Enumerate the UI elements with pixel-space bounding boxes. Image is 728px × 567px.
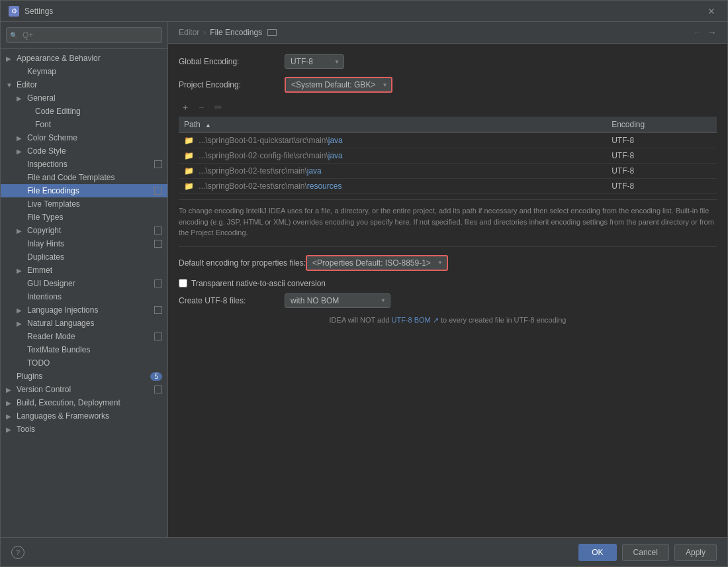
chevron-right-icon: ▶	[6, 399, 14, 407]
apply-button[interactable]: Apply	[674, 544, 717, 561]
project-encoding-row: Project Encoding: <System Default: GBK>	[179, 77, 717, 93]
sidebar-item-keymap[interactable]: Keymap	[1, 65, 167, 78]
sidebar-item-live-templates[interactable]: Live Templates	[1, 197, 167, 211]
sidebar-item-label: File Types	[27, 213, 162, 222]
sidebar-item-duplicates[interactable]: Duplicates	[1, 250, 167, 264]
folder-icon: 📁	[184, 181, 194, 191]
chevron-right-icon: ▶	[6, 413, 14, 420]
create-utf8-row: Create UTF-8 files: with NO BOM	[179, 293, 717, 308]
back-arrow[interactable]: ←	[693, 27, 702, 38]
sidebar-item-todo[interactable]: TODO	[1, 356, 167, 370]
sidebar-list: ▶ Appearance & Behavior Keymap ▼ Editor …	[1, 49, 167, 537]
sidebar-item-textmate-bundles[interactable]: TextMate Bundles	[1, 343, 167, 356]
sidebar-item-label: TextMate Bundles	[27, 345, 162, 354]
main-header: Editor › File Encodings ← →	[168, 22, 727, 44]
sidebar-item-appearance[interactable]: ▶ Appearance & Behavior	[1, 52, 167, 65]
breadcrumb: Editor › File Encodings	[179, 28, 277, 37]
chevron-right-icon: ▶	[17, 227, 24, 234]
table-row[interactable]: 📁 ...\springBoot-02-config-file\src\main…	[179, 148, 717, 164]
sidebar-item-label: Code Style	[27, 146, 162, 156]
remove-path-button[interactable]: −	[195, 101, 208, 114]
sidebar-item-version-control[interactable]: ▶ Version Control	[1, 383, 167, 396]
sidebar-item-general[interactable]: ▶ General	[1, 91, 167, 105]
encoding-cell: UTF-8	[606, 148, 717, 164]
default-encoding-dropdown[interactable]: <Properties Default: ISO-8859-1>	[306, 255, 448, 271]
default-encoding-row: Default encoding for properties files: <…	[179, 255, 717, 271]
sidebar-item-label: Tools	[17, 425, 162, 434]
spacer	[6, 201, 14, 208]
help-button[interactable]: ?	[11, 546, 24, 559]
sidebar-item-label: Keymap	[27, 67, 162, 76]
cancel-button[interactable]: Cancel	[622, 544, 669, 561]
sidebar-item-reader-mode[interactable]: Reader Mode	[1, 330, 167, 343]
sidebar-item-label: Languages & Frameworks	[17, 411, 162, 421]
create-utf8-dropdown[interactable]: with NO BOM	[285, 293, 390, 308]
sidebar-item-font[interactable]: Font	[1, 118, 167, 131]
sidebar: ▶ Appearance & Behavior Keymap ▼ Editor …	[1, 22, 168, 537]
encoding-column-header[interactable]: Encoding	[606, 117, 717, 133]
sidebar-item-editor[interactable]: ▼ Editor	[1, 78, 167, 91]
sidebar-item-intentions[interactable]: Intentions	[1, 290, 167, 303]
add-path-button[interactable]: +	[179, 101, 192, 114]
sidebar-item-inlay-hints[interactable]: Inlay Hints	[1, 237, 167, 250]
sidebar-item-label: Font	[35, 120, 162, 129]
sidebar-item-label: Copyright	[27, 226, 152, 235]
sort-icon: ▲	[205, 122, 211, 129]
settings-icon	[154, 227, 162, 234]
table-row[interactable]: 📁 ...\springBoot-02-test\src\main\resour…	[179, 179, 717, 194]
global-encoding-dropdown[interactable]: UTF-8	[285, 54, 344, 69]
sidebar-item-code-editing[interactable]: Code Editing	[1, 105, 167, 118]
sidebar-item-gui-designer[interactable]: GUI Designer	[1, 277, 167, 290]
sidebar-item-code-style[interactable]: ▶ Code Style	[1, 144, 167, 158]
sidebar-item-label: Appearance & Behavior	[17, 54, 162, 63]
sidebar-item-label: Live Templates	[27, 199, 162, 209]
encoding-cell: UTF-8	[606, 164, 717, 179]
global-encoding-value: UTF-8	[291, 57, 313, 66]
sidebar-item-languages-frameworks[interactable]: ▶ Languages & Frameworks	[1, 409, 167, 423]
edit-path-button[interactable]: ✏	[210, 101, 226, 114]
spacer	[6, 68, 14, 76]
pin-icon[interactable]	[267, 29, 277, 36]
sidebar-item-language-injections[interactable]: ▶ Language Injections	[1, 303, 167, 317]
chevron-down-icon: ▼	[6, 81, 14, 89]
forward-arrow[interactable]: →	[707, 27, 717, 38]
sidebar-item-emmet[interactable]: ▶ Emmet	[1, 264, 167, 277]
sidebar-item-build-execution[interactable]: ▶ Build, Execution, Deployment	[1, 396, 167, 409]
sidebar-item-label: Language Injections	[27, 305, 152, 315]
bom-link[interactable]: UTF-8 BOM ↗	[392, 316, 439, 324]
sidebar-item-file-encodings[interactable]: File Encodings	[1, 184, 167, 197]
default-encoding-label: Default encoding for properties files:	[179, 258, 306, 268]
chevron-right-icon: ▶	[17, 320, 24, 327]
spacer	[6, 174, 14, 181]
sidebar-item-inspections[interactable]: Inspections	[1, 158, 167, 171]
nav-arrows: ← →	[693, 27, 717, 38]
transparent-checkbox[interactable]	[179, 279, 187, 287]
table-row[interactable]: 📁 ...\springBoot-02-test\src\main\java U…	[179, 164, 717, 179]
close-button[interactable]: ✕	[704, 5, 719, 18]
spacer	[6, 346, 14, 354]
sidebar-item-natural-languages[interactable]: ▶ Natural Languages	[1, 317, 167, 330]
search-input[interactable]	[6, 27, 162, 43]
sidebar-item-copyright[interactable]: ▶ Copyright	[1, 224, 167, 237]
global-encoding-label: Global Encoding:	[179, 57, 285, 66]
create-utf8-value: with NO BOM	[291, 296, 339, 305]
sidebar-item-label: Intentions	[27, 292, 162, 301]
path-column-header[interactable]: Path ▲	[179, 117, 606, 133]
sidebar-item-file-types[interactable]: File Types	[1, 211, 167, 224]
table-row[interactable]: 📁 ...\springBoot-01-quickstart\src\main\…	[179, 133, 717, 148]
spacer	[6, 214, 14, 221]
content-area: ▶ Appearance & Behavior Keymap ▼ Editor …	[1, 22, 727, 537]
chevron-right-icon: ▶	[17, 134, 24, 142]
settings-icon	[154, 333, 162, 340]
sidebar-item-color-scheme[interactable]: ▶ Color Scheme	[1, 131, 167, 144]
encoding-cell: UTF-8	[606, 179, 717, 194]
spacer	[6, 161, 14, 168]
sidebar-item-file-code-templates[interactable]: File and Code Templates	[1, 171, 167, 184]
sidebar-item-label: Version Control	[17, 385, 152, 394]
breadcrumb-current: File Encodings	[210, 28, 262, 37]
project-encoding-dropdown[interactable]: <System Default: GBK>	[285, 77, 392, 93]
sidebar-item-plugins[interactable]: Plugins 5	[1, 370, 167, 383]
settings-icon	[154, 240, 162, 248]
ok-button[interactable]: OK	[578, 544, 616, 561]
sidebar-item-tools[interactable]: ▶ Tools	[1, 423, 167, 436]
